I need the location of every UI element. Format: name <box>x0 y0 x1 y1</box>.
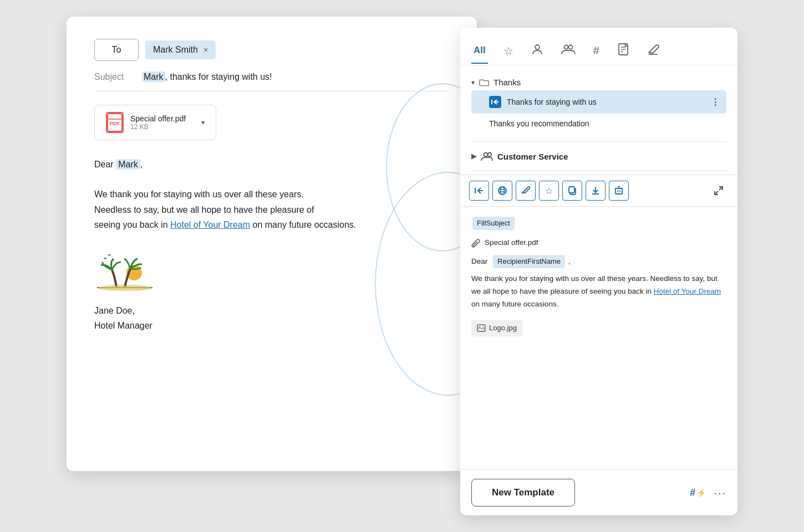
tab-group[interactable] <box>559 37 578 65</box>
person-icon <box>531 43 543 58</box>
template-bottom-bar: New Template # ⚡ ··· <box>460 469 737 515</box>
recipient-remove-button[interactable]: × <box>203 45 208 54</box>
palm-tree-svg <box>94 248 155 292</box>
attachment-row: PDF Special offer.pdf 12 KB ▾ <box>94 105 449 140</box>
action-translate-button[interactable] <box>492 181 512 201</box>
folder-chevron-icon: ▾ <box>471 79 475 86</box>
new-template-button[interactable]: New Template <box>471 479 575 507</box>
template-item-thanks-recommendation[interactable]: Thanks you recommendation <box>471 114 726 134</box>
customer-service-label: Customer Service <box>497 152 568 161</box>
signature-image <box>94 248 449 294</box>
svg-point-23 <box>501 187 505 195</box>
template-item-thanks-staying[interactable]: Thanks for staying with us ⋮ <box>471 90 726 114</box>
section-divider-2 <box>471 171 726 171</box>
pdf-icon: PDF <box>106 112 124 133</box>
recipient-chip[interactable]: Mark Smith × <box>145 40 216 59</box>
star-icon: ☆ <box>503 44 513 58</box>
preview-attachment: Special offer.pdf <box>471 237 726 249</box>
action-expand-button[interactable] <box>709 181 729 201</box>
email-paragraph: We thank you for staying with us over al… <box>94 187 449 232</box>
svg-point-22 <box>498 187 506 195</box>
signature-title: Hotel Manager <box>94 318 449 333</box>
hash-icon: # <box>593 44 599 57</box>
action-download-button[interactable] <box>586 181 605 201</box>
tab-starred[interactable]: ☆ <box>501 38 516 64</box>
template-item-label-staying: Thanks for staying with us <box>507 98 597 106</box>
template-panel: All ☆ # <box>460 28 737 515</box>
preview-attachment-label: Special offer.pdf <box>485 237 538 249</box>
thanks-folder[interactable]: ▾ Thanks <box>471 74 726 90</box>
preview-fill-subject: FillSubject <box>471 216 726 231</box>
hash-icon-bottom: # <box>690 487 695 499</box>
attachment-chevron-icon[interactable]: ▾ <box>201 119 205 126</box>
subject-row: Subject Mark, thanks for staying with us… <box>94 72 449 91</box>
action-copy-button[interactable] <box>562 181 582 201</box>
preview-dear-text: Dear <box>471 257 487 265</box>
section-divider <box>471 141 726 142</box>
hash-lightning-button[interactable]: # ⚡ <box>690 487 706 499</box>
thanks-folder-label: Thanks <box>493 78 521 87</box>
fill-subject-tag: FillSubject <box>472 217 515 230</box>
action-insert-button[interactable] <box>469 181 489 201</box>
doc-icon <box>617 43 629 58</box>
tab-doc[interactable] <box>615 37 632 65</box>
tab-all[interactable]: All <box>471 38 488 64</box>
preview-hotel-link[interactable]: Hotel of Your Dream <box>654 287 721 295</box>
more-options-button[interactable]: ··· <box>714 487 726 499</box>
attachment-name: Special offer.pdf <box>130 114 195 123</box>
tab-all-label: All <box>474 45 486 56</box>
email-compose-panel: To Mark Smith × Subject Mark, thanks for… <box>67 17 477 471</box>
svg-point-8 <box>564 45 568 49</box>
edit-icon <box>647 43 659 58</box>
preview-body-paragraph: We thank you for staying with us over al… <box>471 273 726 311</box>
action-delete-button[interactable] <box>609 181 629 201</box>
email-hotel-link[interactable]: Hotel of Your Dream <box>170 220 250 229</box>
template-tabs: All ☆ # <box>460 28 737 65</box>
action-star-button[interactable]: ☆ <box>539 181 559 201</box>
preview-comma: , <box>568 257 571 265</box>
action-toolbar: ☆ <box>460 175 737 207</box>
attachment-box[interactable]: PDF Special offer.pdf 12 KB ▾ <box>94 105 216 140</box>
customer-service-folder[interactable]: ▶ Customer Service <box>460 145 737 167</box>
template-item-more-icon[interactable]: ⋮ <box>711 97 720 108</box>
email-body: Dear Mark, We thank you for staying with… <box>94 157 449 232</box>
preview-logo-image: Logo.jpg <box>471 320 522 336</box>
to-button[interactable]: To <box>94 39 139 61</box>
svg-rect-30 <box>615 188 622 194</box>
group-icon <box>561 43 576 58</box>
subject-value[interactable]: Mark, thanks for staying with us! <box>142 72 272 82</box>
svg-point-9 <box>568 45 572 49</box>
paperclip-icon <box>471 239 480 248</box>
preview-image-label: Logo.jpg <box>489 322 517 334</box>
to-field-row: To Mark Smith × <box>94 39 449 61</box>
svg-rect-27 <box>569 187 574 193</box>
template-content: ▾ Thanks Thanks for staying with us ⋮ <box>460 65 737 515</box>
svg-point-18 <box>488 153 492 157</box>
tree-nav: ▾ Thanks Thanks for staying with us ⋮ <box>460 65 737 138</box>
customer-service-chevron-icon: ▶ <box>471 152 476 160</box>
action-edit-button[interactable] <box>516 181 536 201</box>
subject-highlight-name: Mark <box>142 71 165 82</box>
attachment-size: 12 KB <box>130 123 195 131</box>
signature-name: Jane Doe, <box>94 303 449 318</box>
image-icon <box>477 324 486 332</box>
recipient-name: Mark Smith <box>153 45 198 55</box>
bottom-icons: # ⚡ ··· <box>690 487 726 499</box>
tab-person[interactable] <box>529 37 546 65</box>
preview-content: FillSubject Special offer.pdf Dear Recip… <box>460 207 737 469</box>
subject-label: Subject <box>94 72 133 82</box>
insert-template-icon <box>489 96 501 108</box>
svg-point-17 <box>484 153 488 157</box>
folder-icon <box>479 79 489 86</box>
lightning-icon: ⚡ <box>696 488 706 497</box>
email-greeting: Dear Mark, <box>94 157 449 172</box>
attachment-info: Special offer.pdf 12 KB <box>130 114 195 131</box>
svg-text:PDF: PDF <box>110 121 120 126</box>
tab-edit[interactable] <box>645 37 661 65</box>
customer-service-icon <box>481 151 493 162</box>
svg-point-6 <box>98 285 151 291</box>
email-signature: Jane Doe, Hotel Manager <box>94 303 449 333</box>
svg-point-7 <box>535 45 540 49</box>
tab-hash[interactable]: # <box>591 38 602 64</box>
email-name-highlight: Mark <box>116 159 140 170</box>
